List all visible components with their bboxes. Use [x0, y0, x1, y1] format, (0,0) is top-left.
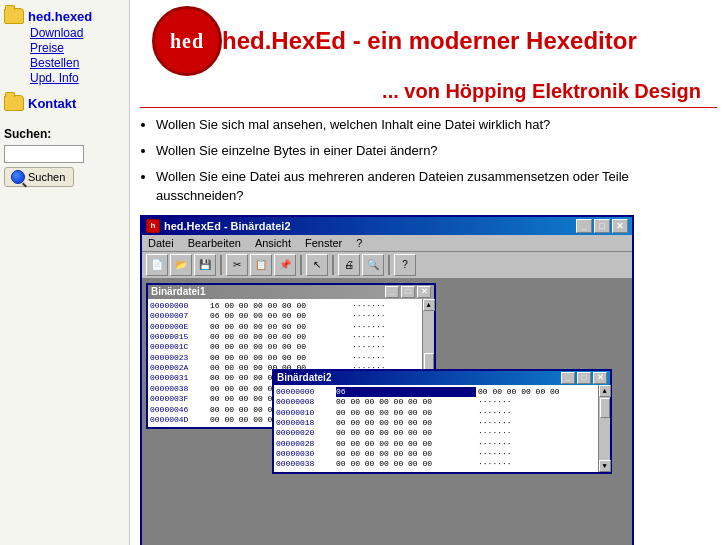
scroll-up[interactable]: ▲ — [423, 299, 435, 311]
child-2-content: 0000000006 00 00 00 00 00 00······· 0000… — [274, 385, 610, 472]
search-button-label: Suchen — [28, 171, 65, 183]
hex-row: 0000003000 00 00 00 00 00 00······· — [276, 449, 596, 459]
hex-row: 0000001500 00 00 00 00 00 00······· — [150, 332, 420, 342]
minimize-button[interactable]: _ — [576, 219, 592, 233]
sidebar-nav-group-1: hed.hexed Download Preise Bestellen Upd.… — [4, 8, 125, 85]
toolbar-copy[interactable]: 📋 — [250, 254, 272, 276]
hex-row: 0000002800 00 00 00 00 00 00······· — [276, 439, 596, 449]
main-content: hed hed.HexEd - ein moderner Hexeditor .… — [130, 0, 727, 545]
bullet-item-2: Wollen Sie einzelne Bytes in einer Datei… — [156, 142, 717, 160]
sidebar-folder-hexed[interactable]: hed.hexed — [4, 8, 125, 24]
child-1-titlebar: Binärdatei1 _ □ ✕ — [148, 285, 434, 299]
search-input[interactable] — [4, 145, 84, 163]
workspace: Binärdatei1 _ □ ✕ 0000000016 — [142, 279, 632, 545]
toolbar-open[interactable]: 📂 — [170, 254, 192, 276]
child-2-maximize[interactable]: □ — [577, 372, 591, 384]
app-subtitle: ... von Höpping Elektronik Design — [382, 80, 705, 102]
sidebar-sub-links-1: Download Preise Bestellen Upd. Info — [30, 26, 125, 85]
toolbar-paste[interactable]: 📌 — [274, 254, 296, 276]
sidebar: hed.hexed Download Preise Bestellen Upd.… — [0, 0, 130, 545]
app-logo: hed — [152, 6, 222, 76]
child-1-title: Binärdatei1 — [151, 286, 205, 297]
main-window-titlebar: h hed.HexEd - Binärdatei2 _ □ ✕ — [142, 217, 632, 235]
toolbar-sep-3 — [332, 255, 334, 275]
menu-datei[interactable]: Datei — [146, 237, 176, 249]
hex-row: 0000001C00 00 00 00 00 00 00······· — [150, 342, 420, 352]
sidebar-folder-label-hexed[interactable]: hed.hexed — [28, 9, 92, 24]
folder-icon-2 — [4, 95, 24, 111]
child-window-2: Binärdatei2 _ □ ✕ 0000000006 — [272, 369, 612, 474]
sidebar-link-updinfo[interactable]: Upd. Info — [30, 71, 125, 85]
child-2-hex-content: 0000000006 00 00 00 00 00 00······· 0000… — [274, 385, 598, 472]
bullet-item-1: Wollen Sie sich mal ansehen, welchen Inh… — [156, 116, 717, 134]
sidebar-folder-label-kontakt[interactable]: Kontakt — [28, 96, 76, 111]
hex-row: 0000003800 00 00 00 00 00 00······· — [276, 459, 596, 469]
toolbar-print[interactable]: 🖨 — [338, 254, 360, 276]
maximize-button[interactable]: □ — [594, 219, 610, 233]
child-1-minimize[interactable]: _ — [385, 286, 399, 298]
search-section: Suchen: Suchen — [4, 127, 125, 187]
bullet-item-3: Wollen Sie eine Datei aus mehreren ander… — [156, 168, 717, 204]
menu-ansicht[interactable]: Ansicht — [253, 237, 293, 249]
top-section: hed.hexed Download Preise Bestellen Upd.… — [0, 0, 727, 545]
scroll-down-2[interactable]: ▼ — [599, 460, 611, 472]
toolbar-cursor[interactable]: ↖ — [306, 254, 328, 276]
toolbar-save[interactable]: 💾 — [194, 254, 216, 276]
app-icon-small: h — [146, 219, 160, 233]
toolbar-sep-2 — [300, 255, 302, 275]
sidebar-link-bestellen[interactable]: Bestellen — [30, 56, 125, 70]
menu-help[interactable]: ? — [354, 237, 364, 249]
child-2-minimize[interactable]: _ — [561, 372, 575, 384]
child-1-close[interactable]: ✕ — [417, 286, 431, 298]
child-2-scrollbar[interactable]: ▲ ▼ — [598, 385, 610, 472]
child-1-maximize[interactable]: □ — [401, 286, 415, 298]
hex-row: 0000000706 00 00 00 00 00 00······· — [150, 311, 420, 321]
hex-row: 0000000016 00 00 00 00 00 00······· — [150, 301, 420, 311]
sidebar-nav-group-2: Kontakt — [4, 95, 125, 111]
folder-icon — [4, 8, 24, 24]
menubar: Datei Bearbeiten Ansicht Fenster ? — [142, 235, 632, 252]
app-title: hed.HexEd - ein moderner Hexeditor — [222, 27, 705, 55]
child-2-close[interactable]: ✕ — [593, 372, 607, 384]
sidebar-link-preise[interactable]: Preise — [30, 41, 125, 55]
subtitle-row: ... von Höpping Elektronik Design — [140, 80, 717, 108]
hex-row: 0000001800 00 00 00 00 00 00······· — [276, 418, 596, 428]
hex-row: 0000000800 00 00 00 00 00 00······· — [276, 397, 596, 407]
toolbar-find[interactable]: 🔍 — [362, 254, 384, 276]
menu-fenster[interactable]: Fenster — [303, 237, 344, 249]
search-button[interactable]: Suchen — [4, 167, 74, 187]
hex-row-highlight: 0000000006 00 00 00 00 00 00······· — [276, 387, 596, 397]
main-hex-window: h hed.HexEd - Binärdatei2 _ □ ✕ Datei — [140, 215, 634, 545]
toolbar-help[interactable]: ? — [394, 254, 416, 276]
hex-row: 0000000E00 00 00 00 00 00 00······· — [150, 322, 420, 332]
search-label: Suchen: — [4, 127, 125, 141]
scroll-thumb-2[interactable] — [600, 398, 610, 418]
header-row: hed hed.HexEd - ein moderner Hexeditor — [140, 0, 717, 80]
bullet-list: Wollen Sie sich mal ansehen, welchen Inh… — [156, 116, 717, 205]
main-window-title-area: h hed.HexEd - Binärdatei2 — [146, 219, 576, 233]
child-2-controls: _ □ ✕ — [561, 372, 607, 384]
hex-row: 0000002300 00 00 00 00 00 00······· — [150, 353, 420, 363]
main-window-title: hed.HexEd - Binärdatei2 — [164, 220, 291, 232]
menu-bearbeiten[interactable]: Bearbeiten — [186, 237, 243, 249]
scroll-up-2[interactable]: ▲ — [599, 385, 611, 397]
child-1-controls: _ □ ✕ — [385, 286, 431, 298]
page-outer: hed.hexed Download Preise Bestellen Upd.… — [0, 0, 727, 545]
child-2-title: Binärdatei2 — [277, 372, 331, 383]
close-button[interactable]: ✕ — [612, 219, 628, 233]
content-area: Wollen Sie sich mal ansehen, welchen Inh… — [140, 108, 717, 545]
toolbar-sep-1 — [220, 255, 222, 275]
child-2-titlebar: Binärdatei2 _ □ ✕ — [274, 371, 610, 385]
logo-text: hed — [170, 30, 204, 53]
window-controls: _ □ ✕ — [576, 219, 628, 233]
toolbar-cut[interactable]: ✂ — [226, 254, 248, 276]
toolbar-new[interactable]: 📄 — [146, 254, 168, 276]
hex-row: 0000002000 00 00 00 00 00 00······· — [276, 428, 596, 438]
sidebar-link-download[interactable]: Download — [30, 26, 125, 40]
screenshot-container: h hed.HexEd - Binärdatei2 _ □ ✕ Datei — [140, 215, 717, 545]
sidebar-folder-kontakt[interactable]: Kontakt — [4, 95, 125, 111]
search-icon — [11, 170, 25, 184]
toolbar: 📄 📂 💾 ✂ 📋 📌 ↖ 🖨 🔍 — [142, 252, 632, 279]
toolbar-sep-4 — [388, 255, 390, 275]
hex-row: 0000001000 00 00 00 00 00 00······· — [276, 408, 596, 418]
